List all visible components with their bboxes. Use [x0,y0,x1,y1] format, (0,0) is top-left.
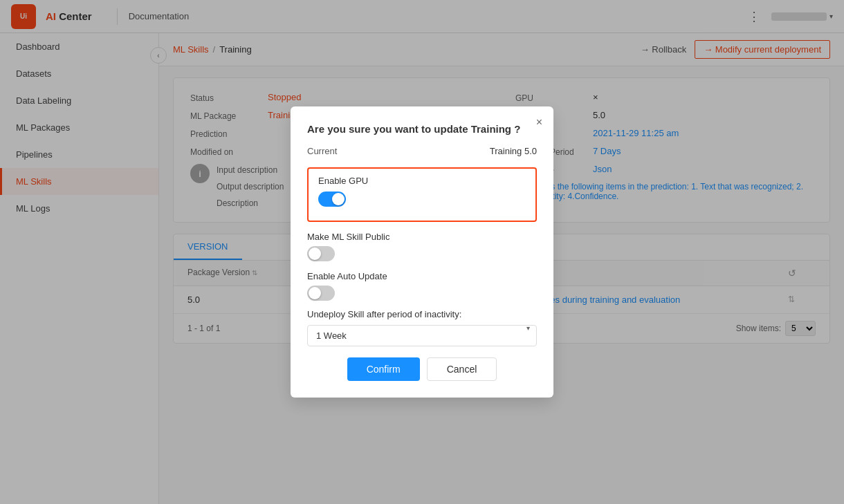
modal-close-button[interactable]: × [536,116,542,129]
gpu-toggle-slider [318,192,346,207]
modal-overlay: × Are you sure you want to update Traini… [0,0,844,504]
undeploy-section: Undeploy Skill after period of inactivit… [307,309,537,346]
undeploy-label: Undeploy Skill after period of inactivit… [307,309,537,319]
enable-gpu-label: Enable GPU [318,176,526,186]
cancel-button[interactable]: Cancel [427,357,497,381]
public-toggle[interactable] [307,246,335,261]
modal-current-value: Training 5.0 [490,146,537,156]
auto-update-section: Enable Auto Update [307,271,537,301]
modal-title: Are you sure you want to update Training… [307,123,537,135]
gpu-box: Enable GPU [307,167,537,222]
update-training-modal: × Are you sure you want to update Traini… [291,106,553,398]
modal-footer: Confirm Cancel [307,357,537,381]
inactivity-dropdown[interactable]: 1 Week 2 Weeks 1 Month Never [307,325,537,346]
auto-update-toggle-slider [307,286,335,301]
modal-current-label: Current [307,146,337,156]
auto-update-label: Enable Auto Update [307,271,537,281]
gpu-toggle-container [318,192,526,207]
auto-update-toggle-container [307,286,537,301]
modal-current-row: Current Training 5.0 [307,146,537,156]
gpu-toggle[interactable] [318,192,346,207]
auto-update-toggle[interactable] [307,286,335,301]
make-public-label: Make ML Skill Public [307,232,537,242]
public-toggle-container [307,246,537,261]
make-public-section: Make ML Skill Public [307,232,537,261]
confirm-button[interactable]: Confirm [347,357,420,381]
public-toggle-slider [307,246,335,261]
